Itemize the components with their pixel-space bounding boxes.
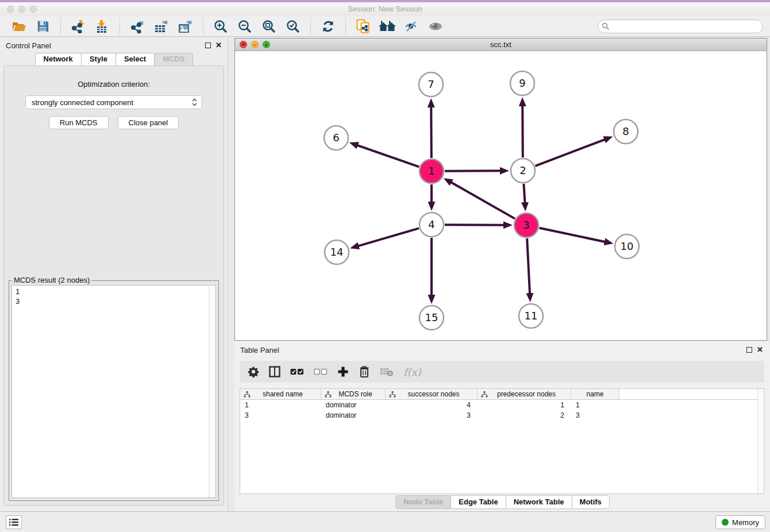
window-title: Session: New Session: [0, 2, 770, 16]
tab-edge-table[interactable]: Edge Table: [451, 495, 506, 509]
memory-status-icon: [722, 519, 729, 526]
column-header-name[interactable]: name: [571, 389, 619, 399]
cell-shared-name: 3: [240, 411, 321, 421]
graph-edge-2-3[interactable]: [523, 184, 525, 203]
window-controls[interactable]: [7, 6, 37, 13]
network-view-window: scc.txt 7968124314101511: [234, 38, 767, 341]
column-header-predecessor-nodes[interactable]: predecessor nodes: [478, 389, 571, 399]
delete-column-button[interactable]: [359, 363, 370, 380]
application-window: Session: New Session: [0, 0, 770, 532]
graph-edge-3-10[interactable]: [540, 228, 605, 242]
close-panel-button[interactable]: Close panel: [118, 116, 179, 129]
mcds-result-list[interactable]: 1 3: [11, 285, 216, 498]
zoom-fit-icon: [262, 20, 276, 33]
graph-node-label-3: 3: [523, 219, 529, 231]
select-all-button[interactable]: [290, 363, 304, 380]
network-graph[interactable]: 7968124314101511: [235, 51, 767, 341]
close-panel-icon[interactable]: ✕: [757, 347, 763, 353]
close-view-button[interactable]: [240, 41, 247, 48]
graph-edge-3-1[interactable]: [451, 182, 515, 218]
toolbar-separator: [120, 18, 120, 34]
column-header-mcds-role[interactable]: MCDS role: [321, 389, 386, 399]
new-network-from-selection-button[interactable]: [354, 18, 372, 35]
mcds-panel-body: Optimization criterion: strongly connect…: [3, 65, 224, 506]
zoom-out-button[interactable]: [236, 18, 254, 35]
save-session-button[interactable]: [34, 18, 52, 35]
mcds-result-title: MCDS result (2 nodes): [12, 276, 91, 284]
minimize-window-button[interactable]: [18, 6, 25, 13]
tab-mcds[interactable]: MCDS: [154, 53, 193, 65]
apply-layout-button[interactable]: [319, 18, 337, 35]
tab-select[interactable]: Select: [116, 53, 155, 65]
reset-network-view-button[interactable]: [378, 18, 396, 35]
deselect-all-button[interactable]: [314, 363, 328, 380]
run-mcds-button[interactable]: Run MCDS: [49, 116, 109, 129]
graph-edge-1-6[interactable]: [357, 145, 419, 167]
float-panel-icon[interactable]: [205, 43, 211, 48]
network-window-titlebar[interactable]: scc.txt: [235, 38, 767, 51]
show-task-history-button[interactable]: [6, 515, 22, 529]
network-canvas[interactable]: 7968124314101511: [235, 51, 767, 340]
show-graphics-details-button[interactable]: [426, 18, 445, 35]
control-panel-tabs: Network Style Select MCDS: [0, 53, 228, 65]
criterion-select[interactable]: strongly connected component: [25, 95, 202, 109]
graph-edge-1-2[interactable]: [445, 171, 500, 171]
control-panel-header: Control Panel ✕: [0, 38, 228, 53]
cell-name: 1: [571, 401, 619, 410]
graph-edge-1-7[interactable]: [431, 107, 432, 158]
result-scrollbar[interactable]: [209, 286, 215, 498]
zoom-in-button[interactable]: [211, 18, 230, 35]
tab-network[interactable]: Network: [35, 53, 82, 65]
memory-button[interactable]: Memory: [715, 515, 765, 529]
table-scrollbar[interactable]: [757, 389, 764, 494]
export-network-icon: [130, 20, 145, 33]
fx-icon: f(x): [403, 366, 421, 378]
zoom-selected-icon: [286, 20, 300, 33]
import-table-button[interactable]: [93, 18, 111, 35]
attribute-icon: [325, 391, 332, 398]
graph-edge-4-3[interactable]: [445, 225, 504, 225]
graph-edge-2-8[interactable]: [536, 140, 605, 166]
search-input[interactable]: [598, 20, 763, 33]
open-session-button[interactable]: [10, 18, 28, 35]
maximize-view-button[interactable]: [263, 41, 270, 48]
table-row[interactable]: 3 dominator 3 2 3: [240, 411, 764, 421]
graph-edge-2-9[interactable]: [522, 106, 523, 157]
close-panel-icon[interactable]: ✕: [215, 43, 222, 48]
graph-node-label-1: 1: [428, 165, 434, 177]
tab-node-table[interactable]: Node Table: [395, 495, 451, 509]
tab-style[interactable]: Style: [81, 53, 116, 65]
add-column-button[interactable]: [337, 363, 349, 380]
zoom-window-button[interactable]: [30, 6, 37, 13]
plus-icon: [337, 366, 349, 377]
delete-table-icon: [380, 367, 394, 377]
column-header-shared-name[interactable]: shared name: [240, 389, 321, 399]
export-image-icon: [178, 20, 193, 33]
mcds-result-group: MCDS result (2 nodes) 1 3: [9, 280, 219, 501]
graph-edge-3-11[interactable]: [527, 238, 530, 294]
close-window-button[interactable]: [7, 6, 14, 13]
tab-network-table[interactable]: Network Table: [506, 495, 572, 509]
zoom-fit-button[interactable]: [260, 18, 278, 35]
cell-mcds-role: dominator: [321, 401, 386, 410]
minimize-view-button[interactable]: [251, 41, 259, 48]
table-settings-button[interactable]: [248, 363, 259, 380]
graph-edge-4-14[interactable]: [358, 228, 418, 246]
float-panel-icon[interactable]: [746, 347, 752, 353]
zoom-selected-button[interactable]: [284, 18, 302, 35]
export-image-button[interactable]: [176, 18, 195, 35]
node-table[interactable]: shared name MCDS role: [240, 388, 764, 494]
import-network-button[interactable]: [69, 18, 87, 35]
table-row[interactable]: 1 dominator 4 1 1: [240, 401, 764, 410]
export-network-button[interactable]: [128, 18, 147, 35]
split-table-view-button[interactable]: [269, 363, 280, 380]
split-columns-icon: [269, 366, 280, 377]
export-table-button[interactable]: [152, 18, 171, 35]
graph-node-label-9: 9: [519, 77, 525, 89]
graph-node-label-6: 6: [333, 132, 339, 144]
column-header-successor-nodes[interactable]: successor nodes: [386, 389, 478, 399]
hide-graphics-details-button[interactable]: [402, 18, 421, 35]
eye-icon: [428, 21, 444, 32]
tab-motifs[interactable]: Motifs: [572, 495, 610, 509]
trash-icon: [359, 365, 370, 378]
